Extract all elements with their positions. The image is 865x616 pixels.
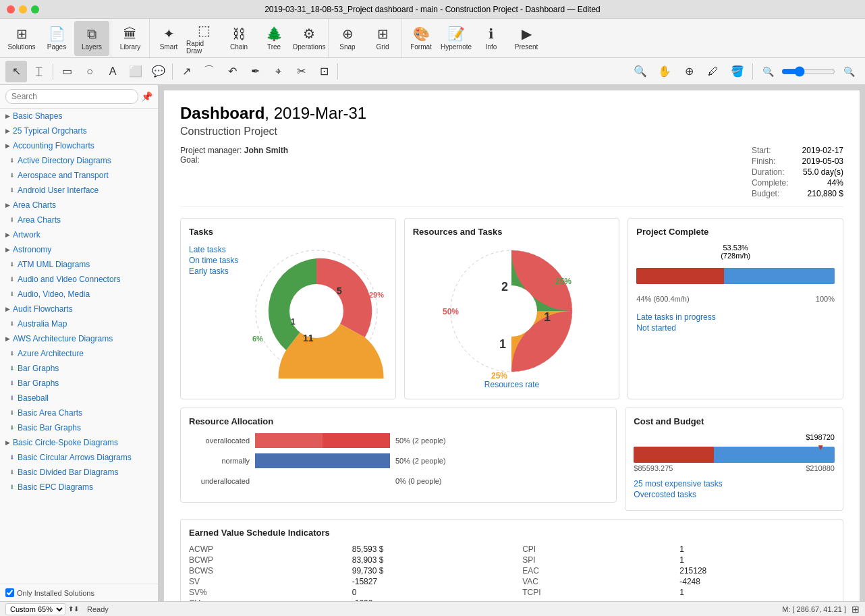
sidebar-item[interactable]: ⬇Bar Graphs [0,376,158,391]
zoom-stepper[interactable]: ⬆⬇ [68,605,79,613]
sidebar-item[interactable]: ⬇Aerospace and Transport [0,168,158,183]
zoom-slider[interactable] [781,66,835,77]
pen-tool[interactable]: ✒ [244,61,266,82]
installed-solutions-label[interactable]: Only Installed Solutions [5,588,152,597]
close-button[interactable] [7,5,15,13]
dashboard-header: Project manager: John Smith Goal: Start:… [180,146,843,207]
fill-tool[interactable]: 🪣 [727,61,748,82]
sidebar-item[interactable]: ⬇Audio and Video Connectors [0,272,158,287]
hypernote-button[interactable]: 📝 Hypernote [439,21,474,56]
format-icon: 🎨 [413,26,430,42]
search-input[interactable] [5,89,138,104]
solutions-button[interactable]: ⊞ Solutions [4,21,39,56]
canvas-area[interactable]: Dashboard, 2019-Mar-31 Construction Proj… [159,85,865,601]
layers-button[interactable]: ⧉ Layers [74,21,109,56]
library-button[interactable]: 🏛 Library [113,21,148,56]
overcosted-link[interactable]: Overcosted tasks [634,490,835,499]
sidebar-group-item[interactable]: ▶AWS Architecture Diagrams [0,331,158,346]
expensive-tasks-link[interactable]: 25 most expensive tasks [634,479,835,488]
fit-icon[interactable]: ⊞ [852,604,860,615]
line-tool[interactable]: ↗ [175,61,197,82]
arc-tool[interactable]: ↶ [221,61,243,82]
pin-icon[interactable]: 📌 [141,91,152,102]
svg-text:29%: 29% [369,291,384,299]
sidebar-group-item[interactable]: ▶Area Charts [0,198,158,213]
ellipse-tool[interactable]: ○ [79,61,101,82]
info-button[interactable]: ℹ Info [474,21,509,56]
svg-text:11: 11 [303,333,314,343]
svg-text:6%: 6% [252,335,263,343]
minimize-button[interactable] [19,5,27,13]
cost-budget-panel: Cost and Budget $198720 ▼ [625,408,843,511]
stamp-tool[interactable]: ⊡ [313,61,335,82]
sidebar-group-item[interactable]: ▶Astronomy [0,242,158,257]
canvas[interactable]: Dashboard, 2019-Mar-31 Construction Proj… [164,90,860,601]
tree-button[interactable]: 🌲 Tree [256,21,291,56]
svg-text:1: 1 [544,310,551,324]
sidebar-item[interactable]: ⬇ATM UML Diagrams [0,257,158,272]
sidebar-item[interactable]: ⬇Baseball [0,391,158,405]
pan-tool[interactable]: ✋ [654,61,675,82]
snap-button[interactable]: ⊕ Snap [330,21,365,56]
sidebar-group-item[interactable]: ▶Basic Shapes [0,109,158,123]
search-zoom-button[interactable]: 🔍 [630,61,651,82]
sidebar-item[interactable]: ⬇Android User Interface [0,183,158,198]
chain-icon: ⛓ [232,26,246,42]
scissors-tool[interactable]: ✂ [290,61,312,82]
project-complete-panel: Project Complete 53.53% (728m/h) ▼ [627,218,843,399]
operations-button[interactable]: ⚙ Operations [291,21,327,56]
chain-button[interactable]: ⛓ Chain [221,21,256,56]
sidebar-item[interactable]: ⬇Basic Divided Bar Diagrams [0,465,158,480]
rapid-draw-button[interactable]: ⬚ Rapid Draw [186,21,221,56]
toolbar-group-solutions: ⊞ Solutions 📄 Pages ⧉ Layers [3,19,111,57]
sidebar-item[interactable]: ⬇Australia Map [0,316,158,331]
move-tool[interactable]: ⊕ [678,61,700,82]
cost-top-val: $198720 [634,433,835,441]
smart-button[interactable]: ✦ Smart [151,21,186,56]
sidebar-item[interactable]: ⬇Basic Area Charts [0,405,158,420]
cost-bar-fill [634,447,714,463]
curve-tool[interactable]: ⌒ [198,61,220,82]
sidebar-item[interactable]: ⬇Azure Architecture [0,346,158,361]
maximize-button[interactable] [31,5,39,13]
on-time-tasks-link[interactable]: On time tasks [189,256,238,265]
present-button[interactable]: ▶ Present [509,21,544,56]
sidebar-group-item[interactable]: ▶25 Typical Orgcharts [0,123,158,138]
grid-button[interactable]: ⊞ Grid [365,21,400,56]
late-tasks-progress-link[interactable]: Late tasks in progress [636,312,835,322]
text-tool[interactable]: A [102,61,123,82]
eyedropper-tool[interactable]: 🖊 [702,61,724,82]
rectangle-tool[interactable]: ▭ [56,61,78,82]
select-tool[interactable]: ↖ [5,61,27,82]
zoom-select[interactable]: Custom 65% [5,603,65,615]
format-button[interactable]: 🎨 Format [403,21,439,56]
cost-marker: ▼ [816,443,825,452]
zoom-out-button[interactable]: 🔍 [757,61,779,82]
sidebar-group-item[interactable]: ▶Artwork [0,227,158,242]
sidebar-item[interactable]: ⬇Basic Circular Arrows Diagrams [0,450,158,465]
resources-rate-link[interactable]: Resources rate [484,380,539,389]
text-select-tool[interactable]: ⌶ [28,61,50,82]
sidebar-group-item[interactable]: ▶Audit Flowcharts [0,302,158,316]
pages-button[interactable]: 📄 Pages [39,21,74,56]
note-tool[interactable]: 💬 [148,61,169,82]
sidebar-item[interactable]: ⬇Basic Bar Graphs [0,420,158,435]
sidebar-item[interactable]: ⬇Active Directory Diagrams [0,153,158,168]
anchor-tool[interactable]: ⌖ [267,61,289,82]
sidebar-item[interactable]: ⬇Area Charts [0,213,158,227]
late-tasks-link[interactable]: Late tasks [189,245,238,254]
title-bar: 2019-03-31_18-08-53_Project dashboard - … [0,0,865,19]
sidebar-group-item[interactable]: ▶Basic Circle-Spoke Diagrams [0,435,158,450]
progress-bar-fill [636,268,723,284]
svg-text:65%: 65% [349,362,364,370]
sidebar-item[interactable]: ⬇Audio, Video, Media [0,287,158,302]
sidebar-group-item[interactable]: ▶Accounting Flowcharts [0,138,158,153]
sidebar-item[interactable]: ⬇Bar Graphs [0,361,158,376]
dashboard: Dashboard, 2019-Mar-31 Construction Proj… [164,90,860,601]
zoom-in-button[interactable]: 🔍 [838,61,860,82]
installed-solutions-checkbox[interactable] [5,588,14,597]
callout-tool[interactable]: ⬜ [125,61,146,82]
not-started-link[interactable]: Not started [636,323,835,333]
sidebar-item[interactable]: ⬇Basic EPC Diagrams [0,480,158,495]
early-tasks-link[interactable]: Early tasks [189,267,238,276]
